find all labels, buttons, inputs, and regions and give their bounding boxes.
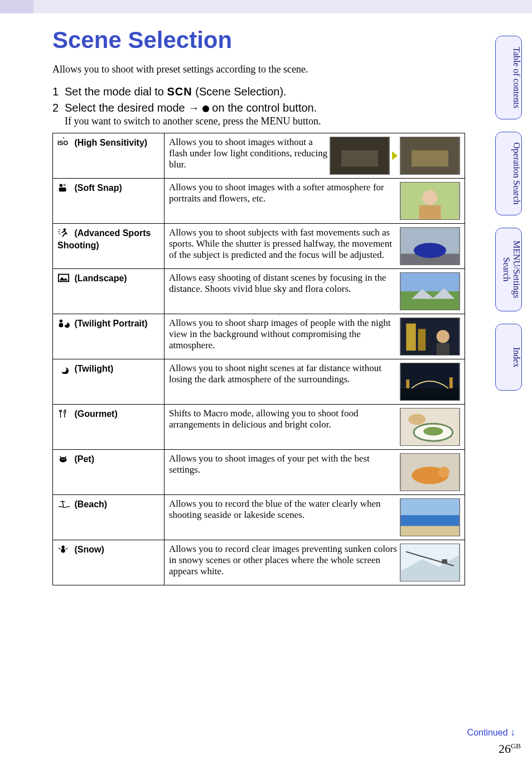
scene-thumb-wrap bbox=[400, 272, 460, 310]
scene-row: (Twilight Portrait) Allows you to shoot … bbox=[53, 314, 465, 359]
scene-mode-cell: (Landscape) bbox=[53, 269, 165, 314]
scene-label: (Twilight Portrait) bbox=[72, 319, 148, 328]
step-number: 1 bbox=[52, 85, 65, 98]
scene-desc-cell: Allows you to shoot images of your pet w… bbox=[165, 450, 465, 495]
svg-rect-4 bbox=[412, 150, 448, 166]
snow-icon bbox=[57, 544, 70, 557]
scene-desc: Shifts to Macro mode, allowing you to sh… bbox=[169, 408, 359, 430]
step-1: 1 Set the mode dial to SCN (Scene Select… bbox=[52, 85, 515, 98]
scene-mode-cell: ISO (High Sensitivity) bbox=[53, 133, 165, 179]
svg-point-32 bbox=[408, 414, 425, 425]
tab-index[interactable]: Index bbox=[495, 324, 522, 391]
scene-label: (Landscape) bbox=[72, 273, 127, 283]
scene-label: (Beach) bbox=[72, 499, 107, 509]
scene-thumb-wrap bbox=[400, 182, 460, 220]
pet-icon bbox=[57, 453, 70, 467]
scene-desc: Allows you to shoot subjects with fast m… bbox=[169, 227, 392, 260]
scene-thumb-wrap bbox=[400, 363, 460, 401]
svg-point-33 bbox=[60, 457, 67, 462]
svg-point-23 bbox=[437, 330, 449, 343]
center-button-icon bbox=[202, 105, 209, 112]
step-text-post: (Scene Selection). bbox=[192, 85, 287, 98]
tab-menu-settings-search[interactable]: MENU/Settings Search bbox=[495, 228, 522, 311]
scene-mode-cell: (Twilight Portrait) bbox=[53, 314, 165, 359]
scene-desc-cell: Allows you to shoot night scenes at far … bbox=[165, 359, 465, 405]
scene-table: ISO (High Sensitivity) Allows you to sho… bbox=[52, 133, 465, 585]
scene-thumb bbox=[400, 318, 460, 355]
scene-label: (High Sensitivity) bbox=[72, 138, 147, 147]
scene-thumb-before bbox=[330, 137, 390, 175]
svg-rect-40 bbox=[401, 499, 460, 515]
scene-desc: Allows easy shooting of distant scenes b… bbox=[169, 272, 386, 294]
scene-desc-cell: Allows you to record the blue of the wat… bbox=[165, 495, 465, 540]
svg-text:ISO: ISO bbox=[57, 140, 68, 146]
scene-label: (Soft Snap) bbox=[72, 183, 122, 193]
page-number-value: 26 bbox=[499, 742, 511, 756]
scene-thumb-wrap bbox=[400, 408, 460, 446]
page-top-band-accent bbox=[0, 0, 33, 13]
twilight-icon bbox=[57, 363, 70, 376]
soft-snap-icon bbox=[57, 182, 70, 195]
scene-thumb-wrap bbox=[400, 453, 460, 491]
svg-rect-21 bbox=[406, 324, 415, 351]
scene-mode-cell: (Pet) bbox=[53, 450, 165, 495]
svg-rect-17 bbox=[401, 291, 460, 310]
svg-rect-2 bbox=[341, 150, 378, 166]
svg-point-43 bbox=[61, 546, 65, 549]
scene-thumb bbox=[400, 363, 460, 401]
arrow-right-icon bbox=[392, 151, 398, 160]
step-2: 2 Select the desired mode → on the contr… bbox=[52, 102, 515, 127]
step-number: 2 bbox=[52, 102, 65, 127]
step-text-pre: Set the mode dial to bbox=[65, 85, 167, 98]
svg-point-6 bbox=[64, 184, 65, 186]
svg-point-35 bbox=[64, 459, 65, 460]
scene-row: (Snow) Allows you to record clear images… bbox=[53, 540, 465, 585]
svg-rect-19 bbox=[59, 323, 63, 327]
svg-rect-16 bbox=[401, 273, 460, 291]
scene-row: (Beach) Allows you to record the blue of… bbox=[53, 495, 465, 540]
scene-desc-cell: Allows you to shoot images without a fla… bbox=[165, 133, 465, 179]
svg-rect-10 bbox=[419, 205, 441, 219]
scene-mode-cell: (Soft Snap) bbox=[53, 179, 165, 224]
scene-desc: Allows you to record the blue of the wat… bbox=[169, 498, 381, 520]
scn-label: SCN bbox=[167, 85, 192, 98]
svg-point-38 bbox=[439, 467, 449, 477]
tab-table-of-contents[interactable]: Table of contents bbox=[495, 36, 522, 119]
down-arrow-icon: ↓ bbox=[510, 727, 515, 738]
scene-mode-cell: (Twilight) bbox=[53, 359, 165, 405]
svg-rect-41 bbox=[401, 515, 460, 526]
svg-rect-42 bbox=[401, 526, 460, 536]
beach-icon bbox=[57, 498, 70, 512]
page-number-suffix: GB bbox=[511, 742, 521, 750]
scene-desc-cell: Allows you to shoot subjects with fast m… bbox=[165, 224, 465, 269]
scene-label: (Gourmet) bbox=[72, 409, 118, 419]
scene-thumb bbox=[400, 544, 460, 582]
landscape-icon bbox=[57, 272, 70, 286]
scene-thumb-wrap bbox=[400, 498, 460, 536]
page-number: 26GB bbox=[499, 742, 521, 756]
svg-point-18 bbox=[60, 320, 63, 323]
scene-mode-cell: (Gourmet) bbox=[53, 405, 165, 450]
scene-mode-cell: (Snow) bbox=[53, 540, 165, 585]
scene-desc: Allows you to shoot images without a fla… bbox=[169, 137, 327, 170]
scene-row: (Landscape) Allows easy shooting of dist… bbox=[53, 269, 465, 314]
iso-icon: ISO bbox=[57, 137, 70, 150]
svg-line-45 bbox=[59, 548, 61, 549]
tab-operation-search[interactable]: Operation Search bbox=[495, 132, 522, 215]
continued-label: Continued bbox=[467, 728, 508, 737]
svg-point-9 bbox=[422, 190, 437, 205]
svg-point-14 bbox=[414, 243, 446, 258]
scene-desc: Allows you to shoot sharp images of peop… bbox=[169, 318, 391, 350]
svg-rect-22 bbox=[418, 329, 426, 350]
page-title: Scene Selection bbox=[52, 27, 515, 54]
step-text-post: on the control button. bbox=[209, 102, 317, 114]
scene-label: (Advanced Sports Shooting) bbox=[57, 228, 151, 250]
scene-desc-cell: Allows you to shoot sharp images of peop… bbox=[165, 314, 465, 359]
scene-thumb-after bbox=[400, 137, 460, 175]
step-text-pre: Select the desired mode bbox=[65, 102, 188, 114]
page-top-band bbox=[0, 0, 532, 13]
scene-desc-cell: Allows you to record clear images preven… bbox=[165, 540, 465, 585]
svg-rect-27 bbox=[406, 379, 409, 388]
svg-point-34 bbox=[61, 459, 62, 460]
scene-thumb bbox=[400, 453, 460, 491]
